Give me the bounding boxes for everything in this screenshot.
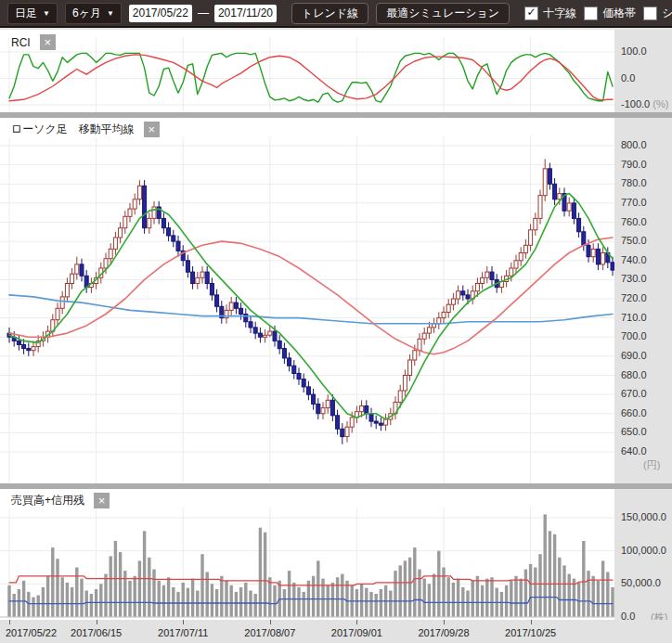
y-axis-unit: (円) [643,458,660,472]
y-axis-label: 50,000.0 [621,577,661,588]
interval-dropdown-label: 日足 [15,6,37,21]
period-dropdown[interactable]: 6ヶ月 ▼ [65,3,122,24]
y-axis-label: -100.0 (%) [621,98,668,109]
y-axis-label: 150,000.0 [621,511,666,522]
y-axis-label: 780.0 [621,177,647,188]
x-axis-date: 2017/09/01 [331,627,382,638]
y-axis-label: 650.0 [621,426,647,437]
x-axis-date: 2017/06/15 [71,627,122,638]
y-axis-label: 640.0 [621,445,647,457]
rci-chart[interactable] [0,30,614,116]
y-axis-label: 790.0 [621,159,647,170]
y-axis-label: 710.0 [621,312,647,323]
y-axis-label: 0.0 [621,72,635,84]
x-axis-date: 2017/09/28 [418,627,469,638]
y-axis-strip: 100.00.0-100.0 (%)800.0790.0780.0770.076… [614,30,672,643]
y-axis-label: 740.0 [621,254,647,265]
y-axis-label: 750.0 [621,235,647,246]
checkbox-unchecked-icon [643,6,657,20]
optimal-simulation-button[interactable]: 最適シミュレーション [376,3,510,24]
rci-panel-title: RCI [9,35,32,50]
chevron-down-icon: ▼ [107,9,114,18]
volume-panel-header: 売買高+信用残 × [9,492,110,509]
y-axis-label: 770.0 [621,197,647,208]
y-axis-label: 730.0 [621,273,647,284]
y-axis-label: 680.0 [621,369,647,380]
y-axis-label: 720.0 [621,292,647,303]
price-band-checkbox[interactable]: 価格帯 [584,6,636,21]
y-axis-label: 700.0 [621,330,647,341]
checkbox-checked-icon: ✓ [524,6,538,20]
x-axis-date: 2017/08/07 [244,627,295,638]
close-volume-button[interactable]: × [94,493,110,508]
price-band-checkbox-label: 価格帯 [602,6,636,21]
x-axis-date: 2017/05/22 [6,627,57,638]
period-dropdown-label: 6ヶ月 [72,6,101,21]
volume-panel-title: 売買高+信用残 [9,492,86,509]
y-axis-label: 100.0 [621,45,647,57]
date-from-input[interactable]: 2017/05/22 [129,5,192,22]
interval-dropdown[interactable]: 日足 ▼ [7,3,58,24]
crosshair-checkbox-label: 十字線 [543,6,576,21]
trendline-button[interactable]: トレンド線 [291,3,368,24]
simulation-checkbox-label: シミュレーション [662,6,672,21]
candlestick-chart[interactable] [0,118,614,487]
checkbox-unchecked-icon [584,6,598,20]
candlestick-title: ローソク足 [9,121,70,138]
y-axis-label: 760.0 [621,216,647,227]
chevron-down-icon: ▼ [43,9,50,18]
y-axis-label: 800.0 [621,139,647,150]
y-axis-unit: (%) [650,98,668,109]
rci-panel-header: RCI × [9,34,56,50]
date-to-input[interactable]: 2017/11/20 [214,5,277,22]
toolbar: 日足 ▼ 6ヶ月 ▼ 2017/05/22 — 2017/11/20 トレンド線… [0,0,672,28]
main-panel-header: ローソク足 移動平均線 × [9,121,160,138]
moving-average-title: 移動平均線 [77,121,136,138]
y-axis-label: 670.0 [621,388,647,399]
y-axis-label: 660.0 [621,407,647,418]
simulation-checkbox[interactable]: シミュレーション [643,6,672,21]
date-range-separator: — [198,6,209,19]
x-axis-date: 2017/07/11 [158,627,208,638]
crosshair-checkbox[interactable]: ✓ 十字線 [524,6,576,21]
y-axis-label: 690.0 [621,350,647,361]
close-rci-button[interactable]: × [40,34,56,50]
y-axis-label: 100,000.0 [621,545,666,556]
close-ma-button[interactable]: × [144,122,160,137]
x-axis-date: 2017/10/25 [505,627,556,638]
